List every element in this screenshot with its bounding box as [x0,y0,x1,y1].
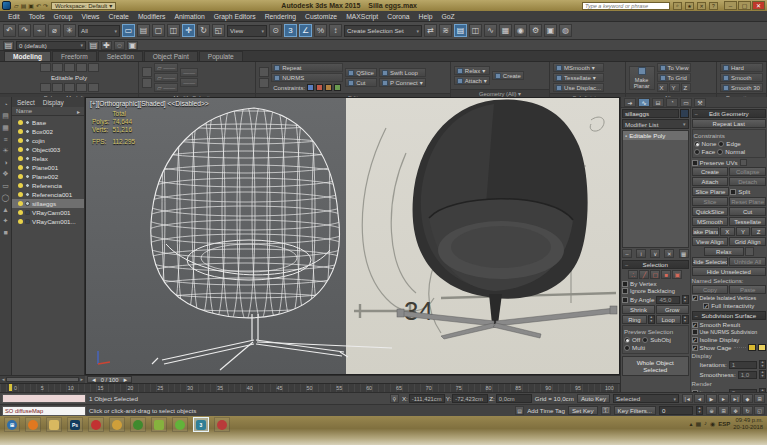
strip-icon[interactable]: ◑ [3,159,7,166]
strip-icon[interactable]: ▲ [2,206,9,213]
selection-set-dropdown[interactable]: Create Selection Set▾ [344,25,422,37]
slice-button[interactable]: Slice [692,197,729,206]
constraint-normal-icon[interactable] [334,84,341,91]
toolbar-icon[interactable]: ⌀ [48,24,61,37]
toolbar-icon[interactable]: 3 [284,24,297,37]
set-keys-icon[interactable]: ⚿ [601,406,611,415]
command-panel-tab[interactable]: ⊟ [652,98,664,107]
planar-y-button[interactable]: Y [736,227,751,236]
preserve-uvs-settings-icon[interactable] [740,159,747,166]
angle-value-field[interactable]: 45,0 [656,296,679,304]
menu-item[interactable]: Rendering [265,13,296,20]
isoline-display-checkbox[interactable] [692,337,698,343]
ms-btn[interactable]: ▱ —— [154,63,178,72]
toolbar-icon[interactable]: ✛ [182,24,195,37]
scene-item[interactable]: Referencia [12,181,84,190]
relax-geo-button[interactable]: Relax [704,247,744,256]
menu-item[interactable]: Tools [29,13,45,20]
scene-item[interactable]: Relax [12,154,84,163]
go-to-start-icon[interactable]: |◄ [682,394,693,403]
use-nurms-checkbox[interactable] [692,329,698,335]
slice-plane-button[interactable]: Slice Plane [692,187,730,196]
toolbar-icon[interactable]: ∿ [484,24,497,37]
repeat-last-button[interactable]: Repeat Last [692,119,766,128]
scene-item[interactable]: VRayCam001... [12,217,84,226]
toolbar-icon[interactable]: ▤ [454,24,467,37]
taskbar-app[interactable] [130,417,146,432]
grid-align-button[interactable]: Grid Align [729,237,766,246]
preview-subobj-radio[interactable] [642,337,648,343]
strip-icon[interactable]: ▦ [2,124,9,132]
taskbar-app[interactable] [214,417,230,432]
taskbar-app[interactable] [88,417,104,432]
track-bar[interactable]: 0510152025303540455055606570758085909510… [0,383,620,392]
scene-item[interactable]: Object003 [12,145,84,154]
preserve-uvs-checkbox[interactable] [692,160,698,166]
menu-item[interactable]: Edit [8,13,20,20]
stack-tool-icon[interactable]: ∨ [650,249,660,258]
relax-button[interactable]: Relax ▾ [454,66,490,75]
loop-spinner[interactable]: ▲▼ [682,315,689,324]
scene-item[interactable]: VRayCam001 [12,208,84,217]
undo-icon[interactable]: ↶ [36,2,41,9]
create-geo-button[interactable]: Create [692,167,729,176]
constraint-normal-radio[interactable] [717,149,723,155]
align-y-button[interactable]: Y [669,83,680,92]
to-grid-button[interactable]: To Grid [657,73,692,82]
maximize-viewport-icon[interactable]: ◱ [754,406,765,415]
menu-item[interactable]: Group [54,13,73,20]
menu-item[interactable]: Views [81,13,99,20]
ribbon-tab[interactable]: Modeling [4,51,51,61]
taskbar-app[interactable]: Ps [67,417,83,432]
stack-tool-icon[interactable]: ✕ [664,249,674,258]
preview-multi-radio[interactable] [624,345,630,351]
x-coordinate-field[interactable]: -111,421cm [409,394,445,403]
key-mode-dropdown[interactable]: Selected▾ [613,394,679,403]
toolbar-icon[interactable]: ✳ [63,24,76,37]
by-angle-checkbox[interactable] [622,297,628,303]
play-icon[interactable]: ▶ [706,394,717,403]
scene-item[interactable]: sillaeggs [12,199,84,208]
pm-icon[interactable] [40,83,51,92]
time-tag-icon[interactable]: ▤ [515,406,524,415]
toolbar-icon[interactable]: ▤ [137,24,150,37]
unhide-all-button[interactable]: Unhide All [729,257,766,266]
subobject-vertex-icon[interactable] [40,63,51,72]
tessellate-button[interactable]: Tessellate ▾ [553,73,604,82]
display-iterations-field[interactable]: 1 [729,361,757,369]
swift-loop-button[interactable]: Swift Loop [379,68,426,77]
toolbar-icon[interactable]: ∠ [299,24,312,37]
collapse-button[interactable]: Collapse [729,167,766,176]
strip-icon[interactable]: ❖ [2,170,8,178]
smooth30-button[interactable]: Smooth 30 [720,83,763,92]
reference-coordinate-dropdown[interactable]: View▾ [227,25,267,37]
pm-icon[interactable] [88,83,99,92]
selection-rollout-header[interactable]: −Selection [622,260,689,269]
pm-icon[interactable] [52,83,63,92]
ms-icon[interactable] [142,78,152,88]
workspace-dropdown[interactable]: Workspace: Default▾ [51,2,116,10]
toolbar-icon[interactable]: ↕ [329,24,342,37]
viewport-label[interactable]: [+][Orthographic][Shaded] <<Disabled>> [90,100,209,107]
panel-caption[interactable]: Geometry (All) ▾ [451,89,549,97]
strip-icon[interactable]: ◯ [2,194,10,202]
full-interactivity-checkbox[interactable] [703,303,709,309]
strip-icon[interactable]: ◔ [3,101,7,108]
visibility-bulb-icon[interactable] [18,201,23,206]
display-smoothness-field[interactable]: 1,0 [738,371,757,379]
smooth-button[interactable]: Smooth [720,73,763,82]
z-coordinate-field[interactable]: 0,0cm [496,394,532,403]
menu-item[interactable]: Corona [387,13,409,20]
repeat-button[interactable]: Repeat [271,63,343,72]
toolbar-icon[interactable]: ↷ [18,24,31,37]
subobject-mode-icon[interactable]: ∴ [628,270,638,279]
previous-frame-icon[interactable]: ◄ [694,394,705,403]
hide-selected-button[interactable]: Hide Selected [692,257,729,266]
maximize-button[interactable]: ▢ [738,1,751,10]
toolbar-icon[interactable]: ◍ [559,24,572,37]
toolbar-icon[interactable]: ⊙ [269,24,282,37]
nurms-button[interactable]: NURMS [271,73,343,82]
make-planar-button[interactable]: Make Planar [629,66,655,90]
y-coordinate-field[interactable]: -72,423cm [452,394,488,403]
sign-in-icon[interactable]: ★ [685,2,694,10]
